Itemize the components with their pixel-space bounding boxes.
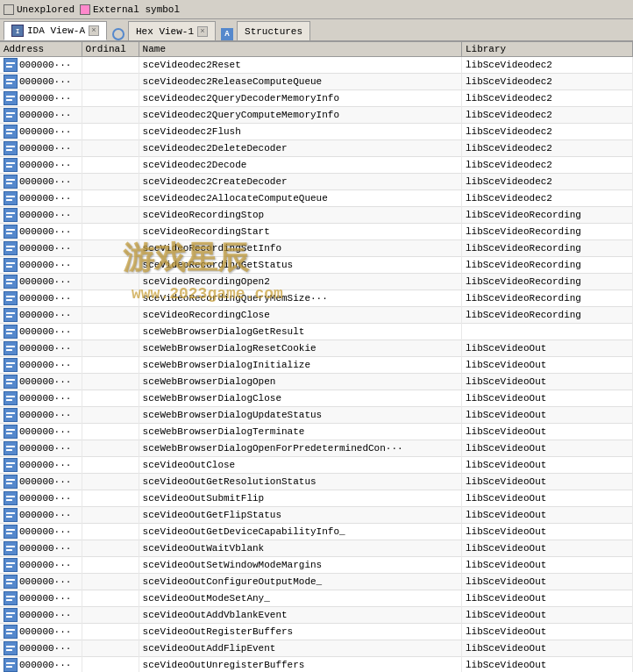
addr-text: 000000··· <box>19 493 71 504</box>
table-row[interactable]: 000000···sceWebBrowserDialogOpenlibSceVi… <box>0 374 633 390</box>
cell-library <box>461 324 632 340</box>
table-row[interactable]: 000000···sceVideodec2QueryDecoderMemoryI… <box>0 90 633 107</box>
svg-rect-50 <box>5 326 16 337</box>
table-row[interactable]: 000000···sceVideoOutConfigureOutputMode_… <box>0 574 633 590</box>
svg-rect-85 <box>6 516 12 518</box>
cell-address: 000000··· <box>0 624 82 640</box>
table-row[interactable]: 000000···sceVideoOutGetFlipStatuslibSceV… <box>0 507 633 524</box>
svg-rect-83 <box>5 510 16 520</box>
tab-hex-view[interactable]: Hex View-1 × <box>128 21 216 40</box>
table-row[interactable]: 000000···sceVideoOutCloselibSceVideoOut <box>0 457 633 474</box>
table-row[interactable]: 000000···sceWebBrowserDialogInitializeli… <box>0 357 633 374</box>
table-row[interactable]: 000000···sceVideodec2FlushlibSceVideodec… <box>0 124 633 140</box>
svg-rect-19 <box>6 149 12 151</box>
svg-rect-110 <box>5 660 16 670</box>
table-row[interactable]: 000000···sceVideoOutModeSetAny_libSceVid… <box>0 590 633 607</box>
svg-rect-89 <box>5 543 16 554</box>
svg-rect-64 <box>6 399 12 401</box>
table-row[interactable]: 000000···sceVideoRecordingOpen2libSceVid… <box>0 274 633 290</box>
table-row[interactable]: 000000···sceVideoOutSetWindowModeMargins… <box>0 557 633 574</box>
cell-ordinal <box>82 140 139 157</box>
row-icon <box>4 525 18 539</box>
table-row[interactable]: 000000···sceWebBrowserDialogTerminatelib… <box>0 424 633 440</box>
table-row[interactable]: 000000···sceVideodec2DecodelibSceVideode… <box>0 157 633 174</box>
row-icon <box>4 58 18 72</box>
table-container[interactable]: Address Ordinal Name Library 000000···sc… <box>0 42 633 672</box>
addr-text: 000000··· <box>19 126 71 137</box>
legend-unexplored: Unexplored <box>4 4 75 15</box>
table-row[interactable]: 000000···sceVideodec2ResetlibSceVideodec… <box>0 57 633 74</box>
table-row[interactable]: 000000···sceVideoOutAddVblankEventlibSce… <box>0 607 633 624</box>
svg-rect-52 <box>6 332 12 334</box>
cell-library: libSceVideoRecording <box>461 207 632 224</box>
svg-rect-34 <box>6 232 12 234</box>
addr-text: 000000··· <box>19 660 71 670</box>
table-row[interactable]: 000000···sceWebBrowserDialogResetCookiel… <box>0 340 633 357</box>
table-row[interactable]: 000000···sceVideoRecordingStartlibSceVid… <box>0 224 633 240</box>
tab-ida-icon: I <box>11 25 24 37</box>
table-row[interactable]: 000000···sceVideodec2QueryComputeMemoryI… <box>0 107 633 124</box>
svg-rect-28 <box>6 199 12 201</box>
svg-rect-41 <box>5 276 16 287</box>
svg-rect-30 <box>6 212 15 214</box>
cell-name: sceVideodec2Reset <box>139 57 461 74</box>
cell-library: libSceVideoOut <box>461 524 632 540</box>
addr-text: 000000··· <box>19 93 71 104</box>
cell-ordinal <box>82 274 139 290</box>
cell-address: 000000··· <box>0 90 82 107</box>
svg-rect-59 <box>5 376 16 387</box>
cell-name: sceVideoRecordingGetStatus <box>139 257 461 274</box>
table-row[interactable]: 000000···sceVideoOutRegisterBufferslibSc… <box>0 624 633 640</box>
cell-name: sceVideoOutConfigureOutputMode_ <box>139 574 461 590</box>
table-row[interactable]: 000000···sceVideoRecordingCloselibSceVid… <box>0 307 633 324</box>
tab-ida-view[interactable]: I IDA View-A × <box>4 21 107 40</box>
tab-separator-2: A <box>217 28 237 40</box>
table-row[interactable]: 000000···sceVideoOutSubmitFliplibSceVide… <box>0 490 633 507</box>
addr-text: 000000··· <box>19 543 71 554</box>
row-icon <box>4 275 18 289</box>
cell-library: libSceVideoOut <box>461 590 632 607</box>
cell-name: sceVideoRecordingSetInfo <box>139 240 461 257</box>
cell-ordinal <box>82 257 139 274</box>
table-row[interactable]: 000000···sceVideoOutUnregisterBufferslib… <box>0 657 633 673</box>
table-row[interactable]: 000000···sceVideoOutAddFlipEventlibSceVi… <box>0 640 633 657</box>
tab-hex-close[interactable]: × <box>197 26 208 37</box>
cell-ordinal <box>82 90 139 107</box>
cell-ordinal <box>82 507 139 524</box>
table-row[interactable]: 000000···sceVideoRecordingGetStatuslibSc… <box>0 257 633 274</box>
cell-ordinal <box>82 224 139 240</box>
table-row[interactable]: 000000···sceWebBrowserDialogUpdateStatus… <box>0 407 633 424</box>
svg-rect-5 <box>5 76 16 87</box>
table-row[interactable]: 000000···sceVideodec2CreateDecoderlibSce… <box>0 174 633 190</box>
table-row[interactable]: 000000···sceWebBrowserDialogOpenForPrede… <box>0 440 633 457</box>
svg-rect-104 <box>5 626 16 637</box>
tab-ida-close[interactable]: × <box>89 25 99 36</box>
cell-library: libSceVideodec2 <box>461 157 632 174</box>
table-row[interactable]: 000000···sceVideodec2AllocateComputeQueu… <box>0 190 633 207</box>
tab-structures[interactable]: Structures <box>237 21 310 40</box>
svg-rect-66 <box>6 412 15 414</box>
row-icon <box>4 241 18 255</box>
tab-structures-label: Structures <box>245 26 302 37</box>
table-row[interactable]: 000000···sceVideoRecordingQueryMemSize··… <box>0 290 633 307</box>
table-row[interactable]: 000000···sceVideoRecordingStoplibSceVide… <box>0 207 633 224</box>
table-row[interactable]: 000000···sceVideodec2DeleteDecoderlibSce… <box>0 140 633 157</box>
row-icon <box>4 441 18 455</box>
svg-rect-43 <box>6 282 12 284</box>
row-icon <box>4 641 18 655</box>
table-row[interactable]: 000000···sceWebBrowserDialogCloselibSceV… <box>0 390 633 407</box>
svg-rect-93 <box>6 562 15 564</box>
cell-ordinal <box>82 374 139 390</box>
table-row[interactable]: 000000···sceVideodec2ReleaseComputeQueue… <box>0 74 633 90</box>
table-row[interactable]: 000000···sceVideoOutWaitVblanklibSceVide… <box>0 540 633 557</box>
svg-rect-53 <box>5 343 16 354</box>
table-row[interactable]: 000000···sceVideoOutGetDeviceCapabilityI… <box>0 524 633 540</box>
table-row[interactable]: 000000···sceVideoOutGetResolutionStatusl… <box>0 474 633 490</box>
svg-rect-74 <box>5 460 16 470</box>
table-row[interactable]: 000000···sceVideoRecordingSetInfolibSceV… <box>0 240 633 257</box>
table-row[interactable]: 000000···sceWebBrowserDialogGetResult <box>0 324 633 340</box>
svg-rect-108 <box>6 646 15 647</box>
cell-address: 000000··· <box>0 174 82 190</box>
svg-rect-109 <box>6 649 12 651</box>
svg-rect-38 <box>5 260 16 270</box>
